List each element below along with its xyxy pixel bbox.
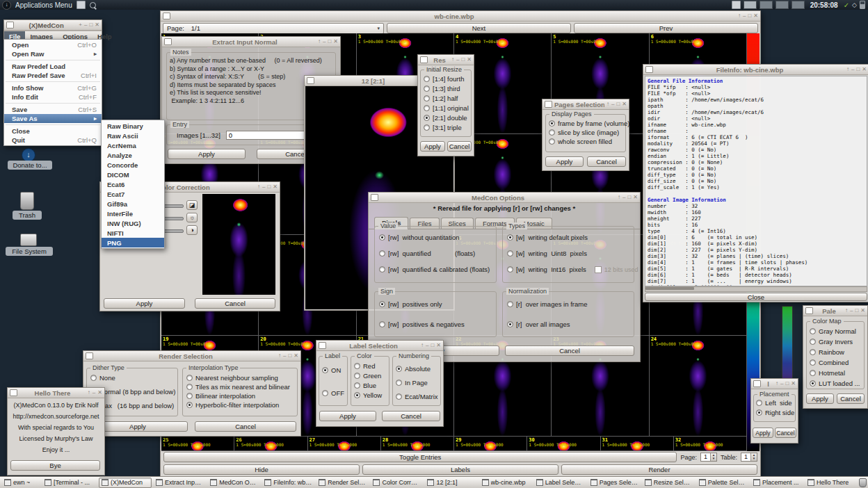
cancel-button[interactable]: Cancel [447,141,472,152]
maximize-icon[interactable]: □ [785,381,789,387]
shade-icon[interactable]: ↑ [775,381,778,387]
applications-menu-label[interactable]: Applications Menu [15,1,72,9]
radio-option[interactable]: [rw] quantified (floats) [379,250,495,257]
radio-selected-icon[interactable] [354,392,360,398]
files-icon[interactable] [77,1,86,9]
radio-option[interactable]: Red [354,362,387,370]
shade-icon[interactable]: ↑ [845,308,848,314]
close-icon[interactable]: ✕ [622,101,627,107]
radio-option[interactable]: In Page [396,379,439,387]
taskbar-item[interactable]: Palette Sele... [696,478,749,488]
radio-selected-icon[interactable] [379,234,385,241]
minimize-icon[interactable]: – [262,184,265,190]
menu-item[interactable]: Raw Predef Load [4,62,102,71]
radio-icon[interactable] [810,328,816,334]
radio-icon[interactable] [424,105,430,111]
taskbar-item[interactable]: FileInfo: wb-... [262,478,314,488]
maximize-icon[interactable]: □ [855,308,858,314]
radio-option[interactable]: slice by slice (image) [549,129,624,136]
taskbar-item[interactable]: 12 [2:1] [424,478,477,488]
minimize-icon[interactable]: – [622,195,625,200]
close-icon[interactable]: ✕ [753,13,758,19]
maximize-icon[interactable]: □ [328,39,331,44]
window-icon[interactable] [307,77,314,84]
radio-icon[interactable] [322,390,328,396]
cancel-button[interactable]: Cancel [505,345,634,356]
window-icon[interactable] [6,22,14,29]
menu-item[interactable]: Info EditCtrl+F [4,92,102,101]
submenu-item[interactable]: Ecat6 [102,179,164,189]
radio-option[interactable]: [w] writing Uint8 pixels [507,250,632,257]
minimize-icon[interactable]: – [611,101,614,107]
taskbar-item[interactable]: Extract Inpu... [153,478,206,488]
taskbar-item[interactable]: [Terminal - ... [42,478,97,488]
radio-option[interactable]: Bilinear interpolation [186,392,296,400]
radio-icon[interactable] [186,393,193,399]
titlebar[interactable]: MedCon Options ↑–□✕ [369,193,640,203]
radio-option[interactable]: [1:4] fourth [424,75,469,83]
submenu-item[interactable]: NIFTI [102,228,164,238]
shade-icon[interactable]: ↑ [257,184,260,190]
apply-button[interactable]: Apply [545,156,584,167]
scan-cell[interactable]: 321 S=00s000 T=00s000 [674,437,747,451]
hide-button[interactable]: Hide [163,464,360,475]
scan-cell[interactable]: 281 S=00s000 T=00s000 [381,437,454,451]
submenu-item[interactable]: INW (RUG) [102,218,164,228]
radio-icon[interactable] [424,76,430,82]
radio-selected-icon[interactable] [810,380,816,387]
titlebar[interactable]: Res ↑–□✕ [418,55,474,65]
menu-item[interactable]: SaveCtrl+S [4,105,102,114]
window-icon[interactable] [753,380,761,387]
close-icon[interactable]: ✕ [791,381,796,387]
taskbar-item[interactable]: Placement ... [750,478,803,488]
radio-selected-icon[interactable] [379,301,385,307]
radio-option[interactable]: ON [322,366,346,374]
radio-option[interactable]: Hyperbolic-filter interpolation [186,401,296,409]
maximize-icon[interactable]: □ [267,184,271,190]
radio-option[interactable]: Absolute [396,365,439,373]
menu-item[interactable]: Info ShowCtrl+G [4,83,102,92]
radio-option[interactable]: Gray Normal [810,327,862,335]
titlebar[interactable]: Hello There ↑–✕ [8,388,104,398]
radio-selected-icon[interactable] [322,367,328,373]
shade-icon[interactable]: ↑ [451,57,454,63]
checkbox-icon[interactable] [595,266,602,273]
shade-icon[interactable]: ↑ [606,101,609,107]
bye-button[interactable]: Bye [10,460,100,471]
maximize-icon[interactable]: □ [89,22,93,28]
radio-option[interactable]: OFF [322,389,346,397]
radio-icon[interactable] [810,339,816,345]
radio-option[interactable]: Ecat/Matrix [396,393,439,400]
scan-cell[interactable]: 241 S=00s000 T=00s000 [650,336,747,437]
maximize-icon[interactable]: □ [748,13,751,19]
search-icon[interactable] [90,2,96,8]
tray-app-icon[interactable] [732,1,741,9]
taskbar-item[interactable]: Color Correc... [370,478,423,488]
close-icon[interactable]: ✕ [95,22,99,28]
radio-option[interactable]: Tiles as mix nearest and bilinear [186,383,296,391]
radio-icon[interactable] [396,393,402,400]
menu-item[interactable]: QuitCtrl+Q [4,136,102,145]
radio-option[interactable]: LUT loaded ... [810,380,862,387]
submenu-item[interactable]: Raw Binary [102,121,164,131]
taskbar-item[interactable]: Hello There [805,478,858,488]
window-icon[interactable] [371,194,378,201]
minimize-icon[interactable]: – [93,390,95,396]
radio-option[interactable]: Green [354,372,387,380]
cancel-button[interactable]: Cancel [775,428,796,438]
maximize-icon[interactable]: □ [856,67,860,72]
window-icon[interactable] [10,389,17,396]
drive-icon[interactable] [20,234,37,246]
desktop-icon-donate[interactable]: Donate to... [8,161,52,170]
apply-button[interactable]: Apply [319,411,376,421]
taskbar-item[interactable]: ewn ~ [1,478,40,488]
trash-icon[interactable] [20,192,34,210]
radio-icon[interactable] [756,400,762,406]
radio-option[interactable]: Yellow [354,391,387,399]
radio-selected-icon[interactable] [549,120,555,127]
radio-option[interactable]: [w] writing Int16 pixels12 bits used [507,266,632,273]
shade-icon[interactable]: ↑ [318,39,321,44]
submenu-item[interactable]: Gif89a [102,199,164,209]
window-icon[interactable] [164,38,172,45]
radio-icon[interactable] [186,375,193,381]
